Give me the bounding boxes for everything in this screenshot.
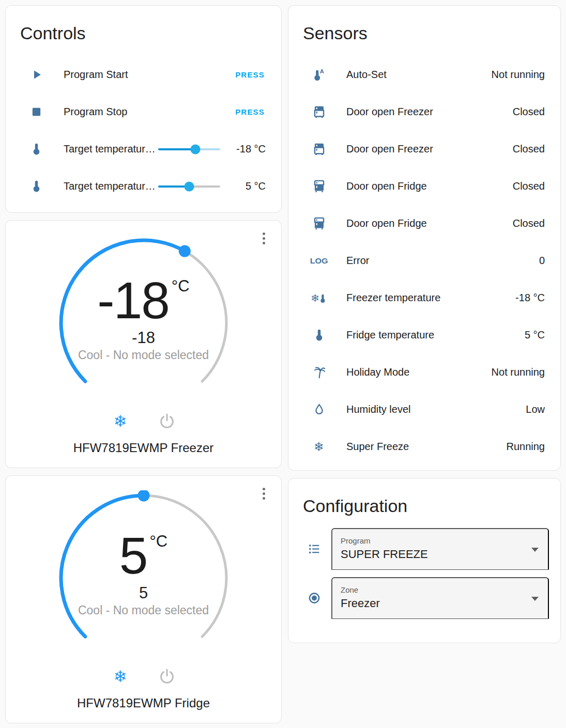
- dial-track: [185, 251, 226, 381]
- snowflake-icon: ❄: [311, 441, 327, 453]
- chevron-down-icon: [531, 597, 539, 601]
- power-off-button[interactable]: [156, 410, 178, 432]
- stop-icon: [28, 105, 44, 119]
- thermometer-icon: [28, 179, 44, 193]
- control-label: Target temperatur…: [64, 143, 158, 155]
- thermometer-icon: [311, 328, 327, 342]
- sensor-row-door-open-freezer-2[interactable]: Door open Freezer Closed: [288, 131, 560, 168]
- select-value: SUPER FREEZE: [341, 548, 540, 561]
- radio-selected-icon: [308, 591, 321, 606]
- fridge-bottom-icon: [311, 142, 327, 156]
- fridge-thermostat-card: 5°C 5 Cool - No mode selected ❄ HFW7819E…: [5, 475, 282, 723]
- thermometer-icon: [28, 142, 44, 156]
- sensor-row-holiday-mode[interactable]: Holiday Mode Not running: [288, 354, 560, 391]
- dial-active-arc: [61, 240, 185, 381]
- power-icon: [158, 668, 176, 685]
- control-label: Target temperatur…: [64, 180, 158, 192]
- program-stop-press-button[interactable]: PRESS: [234, 103, 266, 120]
- target-temperature-freezer-slider[interactable]: [158, 142, 220, 157]
- sensors-card: Sensors A Auto-Set Not running: [288, 5, 561, 471]
- program-field-row: Program SUPER FREEZE: [308, 528, 549, 570]
- slider-value: 5 °C: [228, 180, 266, 192]
- thermostat-name: HFW7819EWMP Fridge: [77, 696, 210, 710]
- chevron-down-icon: [531, 548, 539, 552]
- freezer-dial[interactable]: -18°C -18 Cool - No mode selected: [51, 235, 237, 406]
- sensor-row-door-open-fridge-1[interactable]: Door open Fridge Closed: [288, 168, 560, 205]
- configuration-card: Configuration Program SUPER FREEZE: [288, 478, 561, 643]
- sensor-row-door-open-freezer-1[interactable]: Door open Freezer Closed: [288, 94, 560, 131]
- more-options-icon[interactable]: [256, 485, 271, 502]
- slider-value: -18 °C: [228, 143, 266, 155]
- left-column: Controls Program Start PRESS Program Sto…: [5, 5, 282, 723]
- thermometer-auto-icon: A: [311, 68, 327, 82]
- sensor-row-super-freeze[interactable]: ❄ Super Freeze Running: [288, 428, 560, 466]
- list-icon: [308, 542, 321, 556]
- sensor-row-freezer-temperature[interactable]: ❄ Freezer temperature -18 °C: [288, 280, 560, 317]
- sensor-row-error[interactable]: LOG Error 0: [288, 242, 560, 280]
- row-target-temperature-fridge: Target temperatur… 5 °C: [6, 168, 281, 205]
- svg-text:A: A: [320, 68, 324, 74]
- sensor-row-auto-set[interactable]: A Auto-Set Not running: [288, 56, 560, 94]
- slider-knob[interactable]: [185, 181, 194, 191]
- cool-mode-button[interactable]: ❄: [109, 410, 132, 432]
- configuration-card-title: Configuration: [288, 478, 560, 516]
- zone-select[interactable]: Zone Freezer: [331, 577, 549, 619]
- slider-knob[interactable]: [191, 144, 201, 154]
- sensor-row-door-open-fridge-2[interactable]: Door open Fridge Closed: [288, 205, 560, 242]
- snowflake-thermometer-icon: ❄: [311, 292, 327, 304]
- dial-track: [144, 495, 226, 637]
- freezer-thermostat-card: -18°C -18 Cool - No mode selected ❄ HFW7…: [5, 220, 282, 468]
- fridge-top-icon: [311, 179, 327, 193]
- fridge-top-icon: [311, 216, 327, 230]
- controls-card-title: Controls: [6, 6, 281, 43]
- dial-active-arc: [61, 495, 144, 637]
- row-program-stop: Program Stop PRESS: [6, 94, 281, 131]
- row-program-start: Program Start PRESS: [6, 56, 281, 94]
- controls-card: Controls Program Start PRESS Program Sto…: [5, 5, 282, 213]
- hvac-mode-buttons: ❄: [109, 665, 178, 688]
- sensor-row-humidity-level[interactable]: Humidity level Low: [288, 391, 560, 428]
- slider-track-fill: [158, 148, 195, 150]
- snowflake-icon: ❄: [114, 413, 127, 429]
- hvac-mode-buttons: ❄: [109, 410, 178, 432]
- control-label: Program Stop: [64, 106, 234, 118]
- right-column: Sensors A Auto-Set Not running: [288, 5, 561, 723]
- dial-knob[interactable]: [178, 245, 190, 257]
- play-icon: [28, 68, 44, 82]
- power-icon: [158, 412, 176, 430]
- zone-field-row: Zone Freezer: [308, 577, 549, 619]
- thermostat-name: HFW7819EWMP Freezer: [73, 441, 214, 455]
- configuration-fields: Program SUPER FREEZE Zone Freezer: [288, 528, 560, 619]
- cool-mode-button[interactable]: ❄: [109, 665, 132, 688]
- dial-knob[interactable]: [137, 490, 149, 502]
- snowflake-icon: ❄: [114, 669, 127, 685]
- power-off-button[interactable]: [156, 665, 178, 688]
- sensors-rows: A Auto-Set Not running Door open Freezer…: [288, 56, 560, 466]
- controls-rows: Program Start PRESS Program Stop PRESS T…: [6, 56, 281, 205]
- palm-tree-icon: [311, 365, 327, 379]
- water-drop-icon: [311, 402, 327, 416]
- dashboard: Controls Program Start PRESS Program Sto…: [0, 0, 566, 728]
- target-temperature-fridge-slider[interactable]: [158, 179, 220, 194]
- program-start-press-button[interactable]: PRESS: [234, 66, 266, 83]
- log-icon: LOG: [311, 257, 327, 265]
- row-target-temperature-freezer: Target temperatur… -18 °C: [6, 131, 281, 168]
- select-label: Program: [341, 536, 540, 545]
- control-label: Program Start: [64, 69, 234, 81]
- more-options-icon[interactable]: [256, 230, 271, 246]
- fridge-bottom-icon: [311, 105, 327, 119]
- sensors-card-title: Sensors: [288, 6, 560, 43]
- sensor-row-fridge-temperature[interactable]: Fridge temperature 5 °C: [288, 317, 560, 354]
- select-label: Zone: [341, 585, 540, 594]
- program-select[interactable]: Program SUPER FREEZE: [331, 528, 549, 570]
- select-value: Freezer: [341, 597, 540, 610]
- fridge-dial[interactable]: 5°C 5 Cool - No mode selected: [51, 490, 237, 661]
